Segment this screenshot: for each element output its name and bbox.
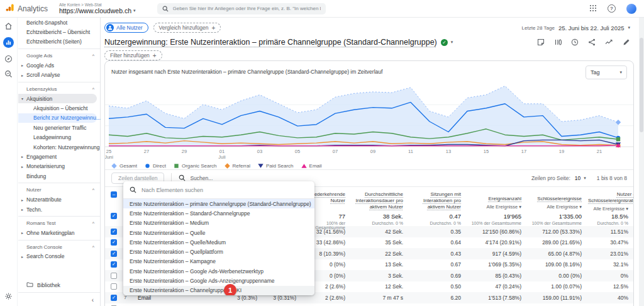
column-event-filter[interactable]: Alle Ereignisse ▾ (467, 204, 521, 210)
admin-gear-icon[interactable] (4, 292, 13, 300)
global-search-input[interactable] (173, 6, 321, 11)
sidebar-item-label: Bericht-Snapshot (26, 20, 67, 26)
sidebar-item-bericht-snapshot[interactable]: Bericht-Snapshot (18, 18, 100, 27)
sidebar-item-label: Akquisition (26, 96, 52, 102)
chevron-down-icon: ▾ (619, 70, 622, 75)
sidebar-item-search-console[interactable]: ▸Search Console (18, 252, 100, 261)
timeseries-chart[interactable]: 2527290103050709111315171921JuniJuli (105, 80, 633, 161)
sidebar-item-neu-generierter-traffic[interactable]: Neu generierter Traffic (18, 123, 100, 132)
dropdown-item[interactable]: Erste Nutzerinteraktion – Google Ads-Anz… (123, 276, 314, 285)
sidebar-section-google-ads[interactable]: Google Ads^ (18, 51, 100, 60)
sidebar-item-echtzeitbericht-bersicht[interactable]: Echtzeitbericht – Übersicht (18, 27, 100, 37)
date-range-picker[interactable]: Letzte 28 Tage 25. Juni bis 22. Juli 202… (522, 25, 630, 31)
sidebar-item-library[interactable]: Bibliothek (26, 281, 60, 288)
dropdown-item[interactable]: Erste Nutzerinteraktion – Google Ads-Wer… (123, 266, 314, 276)
sidebar-item-bindung[interactable]: Bindung (18, 171, 100, 181)
help-icon[interactable]: ? (608, 4, 616, 13)
dropdown-item[interactable]: Erste Nutzerinteraktion – Medium (123, 218, 314, 228)
metric-cell: 30.47% (588, 239, 634, 246)
legend-item-referral[interactable]: Referral (225, 163, 250, 169)
edit-pencil-icon[interactable] (623, 38, 630, 46)
reports-icon[interactable] (3, 37, 14, 48)
dropdown-item[interactable]: Erste Nutzerinteraktion – Standard-Chann… (123, 208, 314, 218)
dropdown-item[interactable]: Erste Nutzerinteraktion – Kampagne (123, 257, 314, 266)
sidebar-item-nutzerattribute[interactable]: ▸Nutzerattribute (18, 195, 100, 204)
dropdown-item[interactable]: Erste Nutzerinteraktion – Channelgruppe … (123, 286, 314, 295)
insights-sparkline-icon[interactable] (605, 38, 613, 46)
data-quality-check-icon[interactable]: ✓ (441, 39, 448, 46)
metric-cell: 109.00 (8.16%) (528, 261, 588, 268)
sidebar-item-leadgewinnung[interactable]: Leadgewinnung (18, 133, 100, 142)
dropdown-item[interactable]: Erste Nutzerinteraktion – Quellplattform (123, 247, 314, 256)
metric-column-header[interactable]: Sitzungen mit Interaktionen pro aktivem … (409, 191, 467, 211)
legend-item-direct[interactable]: Direct (145, 163, 166, 169)
dropdown-search-input[interactable] (142, 187, 308, 193)
share-icon[interactable] (588, 38, 596, 46)
avatar[interactable] (626, 4, 636, 14)
sidebar-item-akquisition[interactable]: ▾Akquisition (18, 94, 97, 103)
global-search[interactable] (157, 3, 326, 14)
add-filter-chip[interactable]: Filter hinzufügen + (104, 50, 162, 60)
insights-clock-icon[interactable] (571, 38, 579, 46)
rows-per-page-select[interactable]: 10 ▾ (575, 175, 586, 181)
dropdown-item[interactable]: Erste Nutzerinteraktion – Quelle/Medium (123, 237, 314, 247)
column-event-filter[interactable]: Alle Ereignisse ▾ (528, 204, 582, 210)
row-checkbox[interactable]: ✓ (111, 295, 117, 301)
sidebar-item-engagement[interactable]: ▸Engagement (18, 152, 100, 161)
row-checkbox[interactable] (111, 273, 117, 279)
chevron-down-icon[interactable]: ▾ (451, 40, 453, 45)
row-checkbox[interactable]: ✓ (111, 239, 117, 246)
dropdown-search[interactable] (123, 181, 314, 199)
table-search-input[interactable] (190, 175, 316, 181)
sidebar-item-echtzeitbericht-seiten-[interactable]: Echtzeitbericht (Seiten) (18, 37, 100, 47)
apps-grid-icon[interactable] (589, 3, 597, 14)
add-comparison-chip[interactable]: Vergleich hinzufügen + (153, 23, 221, 33)
sidebar-item-techn-[interactable]: ▸Techn. (18, 205, 100, 214)
legend-item-organic-search[interactable]: Organic Search (174, 163, 217, 169)
dropdown-item[interactable]: Erste Nutzerinteraktion – Quelle (123, 228, 314, 237)
sidebar-section-lebenszyklus[interactable]: Lebenszyklus^ (18, 84, 100, 94)
row-checkbox[interactable]: ✓ (111, 261, 117, 268)
sidebar-item-bericht-zur-nutzergewinnu-[interactable]: Bericht zur Nutzergewinnu... (18, 113, 97, 123)
advertising-icon[interactable] (4, 70, 13, 78)
sidebar-item-kohorten-nutzergewinnung[interactable]: Kohorten: Nutzergewinnung (18, 142, 100, 152)
row-checkbox[interactable]: ✓ (111, 229, 117, 235)
sidebar-item-scroll-analyse[interactable]: ▸Scroll Analyse (18, 71, 100, 80)
sidebar-item-monetarisierung[interactable]: ▸Monetarisierung (18, 162, 100, 171)
row-checkbox[interactable]: ✓ (111, 251, 117, 257)
sidebar-section-romans-test[interactable]: Romans Test^ (18, 218, 100, 228)
audience-chip[interactable]: Alle Nutzer (104, 23, 148, 33)
sidebar-section-search-console[interactable]: Search Console^ (18, 242, 100, 252)
metric-column-header[interactable]: EreignisanzahlAlle Ereignisse ▾ (467, 191, 528, 210)
legend-item-gesamt[interactable]: Gesamt (111, 163, 137, 169)
note-icon[interactable] (537, 38, 545, 46)
row-checkbox[interactable] (111, 283, 117, 290)
metric-column-header[interactable]: Nutzer – SchlüsselereignisrateAlle Ereig… (588, 191, 634, 212)
page-scrollbar[interactable] (639, 18, 644, 306)
dropdown-item[interactable]: Erste Nutzerinteraktion – primäre Channe… (123, 199, 314, 208)
totals-value: 38 Sek. (352, 213, 403, 220)
column-event-filter[interactable]: Alle Ereignisse ▾ (588, 206, 628, 212)
collapse-sidebar-icon[interactable]: ‹ (92, 297, 94, 303)
account-switcher[interactable]: Alle Konten > Web-Stat https://www.cloud… (59, 3, 136, 15)
metric-column-header[interactable]: Durchschnittliche Interaktionsdauer pro … (352, 191, 409, 211)
metric-column-header[interactable]: SchlüsselereignisseAlle Ereignisse ▾ (528, 191, 588, 210)
metric-cell: 12.5% (588, 283, 634, 290)
explore-icon[interactable] (4, 55, 13, 63)
column-label: Nutzer – Schlüsselereignisrate (588, 191, 634, 204)
comparison-bars-icon[interactable] (554, 38, 562, 46)
sidebar-section-nutzer[interactable]: Nutzer^ (18, 185, 100, 195)
granularity-select[interactable]: Tag ▾ (586, 65, 627, 79)
legend-item-email[interactable]: Email (301, 163, 322, 169)
row-checkbox[interactable]: – (111, 191, 117, 198)
home-icon[interactable] (4, 22, 13, 30)
sidebar-divider (18, 216, 100, 217)
report-title[interactable]: Nutzergewinnung: Erste Nutzerinteraktion… (104, 38, 437, 47)
sidebar-item-ohne-marketingplan[interactable]: ▸Ohne Marketingplan (18, 228, 100, 237)
scrollbar-thumb[interactable] (640, 38, 643, 132)
sidebar-item-google-ads[interactable]: ▸Google Ads (18, 60, 100, 70)
row-checkbox[interactable]: ✓ (111, 213, 117, 219)
legend-item-paid-search[interactable]: Paid Search (258, 163, 294, 169)
sidebar-item-akquisition-bersicht[interactable]: Akquisition – Übersicht (18, 103, 100, 113)
dropdown-item-label: Erste Nutzerinteraktion – Quelle (130, 230, 205, 236)
